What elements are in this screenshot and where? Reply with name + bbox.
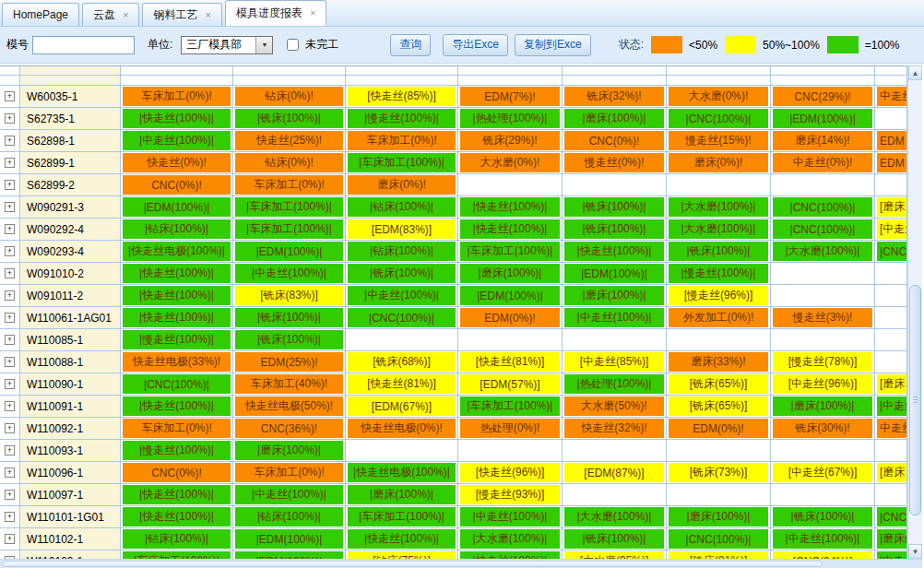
process-status-chip: |快走丝(100%)| xyxy=(460,197,560,217)
expand-icon[interactable]: + xyxy=(5,268,15,278)
process-status-chip: 大水磨(0%)! xyxy=(460,153,560,172)
process-status-chip: 快走丝(0%)! xyxy=(123,153,231,172)
process-status-chip: |EDM(100%)| xyxy=(235,242,343,261)
mold-id-cell[interactable]: W110091-1 xyxy=(20,396,121,418)
expand-icon[interactable]: + xyxy=(5,202,15,212)
mold-id-cell[interactable]: W110103-1 xyxy=(20,550,121,559)
expand-icon[interactable]: + xyxy=(5,91,15,101)
process-cell xyxy=(458,440,563,462)
expand-icon[interactable]: + xyxy=(5,335,15,345)
process-status-chip: |磨床(100%)| xyxy=(773,396,872,416)
mold-number-input[interactable] xyxy=(32,36,135,54)
mold-id-cell[interactable]: W091010-2 xyxy=(20,263,121,285)
mold-id-cell[interactable]: W110096-1 xyxy=(20,462,121,484)
expand-icon[interactable]: + xyxy=(5,290,15,301)
expand-icon[interactable]: + xyxy=(5,423,15,433)
process-status-chip: |大水磨(100%)| xyxy=(773,242,872,261)
expand-icon[interactable]: + xyxy=(5,357,15,367)
mold-id-cell[interactable]: W110085-1 xyxy=(20,329,121,351)
expand-icon[interactable]: + xyxy=(5,180,15,190)
mold-id-cell[interactable]: S62899-2 xyxy=(20,174,121,196)
copy-to-excel-button[interactable]: 复制到Exce xyxy=(515,34,591,56)
process-status-chip: |钻床(100%)| xyxy=(348,197,456,217)
horizontal-scrollbar-thumb[interactable] xyxy=(2,561,823,567)
process-cell: |慢走丝(100%)| xyxy=(121,329,233,351)
mold-id-cell[interactable]: W110090-1 xyxy=(20,373,121,396)
process-cell: [铣床(65%)] xyxy=(667,396,771,418)
table-row: +S62898-1|中走丝(100%)|快走丝(25%)!车床加工(0%)!铣床… xyxy=(0,130,907,152)
process-status-chip: |铣床(100%)| xyxy=(348,264,456,283)
process-cell: |磨床(100%)| xyxy=(563,108,667,130)
vertical-scrollbar[interactable]: ▲ ▼ xyxy=(907,65,922,559)
process-status-chip: [中走丝(96%)] xyxy=(773,374,872,394)
expand-icon[interactable]: + xyxy=(5,512,15,522)
close-icon[interactable]: × xyxy=(205,10,210,20)
scroll-up-icon[interactable]: ▲ xyxy=(908,65,922,80)
unfinished-checkbox[interactable] xyxy=(287,39,299,51)
mold-id-cell[interactable]: W110092-1 xyxy=(20,418,121,440)
close-icon[interactable]: × xyxy=(123,10,128,20)
process-status-chip: 外发加工(0%)! xyxy=(669,308,768,327)
close-icon[interactable]: × xyxy=(310,8,315,18)
mold-id-cell[interactable]: S62898-1 xyxy=(20,130,121,152)
process-cell: |车床加工(100%)| xyxy=(458,396,563,418)
tab-mold-progress-report[interactable]: 模具进度报表 × xyxy=(225,0,326,26)
query-button[interactable]: 查询 xyxy=(390,34,431,56)
chevron-down-icon[interactable]: ▼ xyxy=(255,37,272,53)
process-cell xyxy=(563,484,667,506)
mold-id-cell[interactable]: W110102-1 xyxy=(20,528,121,550)
process-cell: [EDM(57%)] xyxy=(458,373,563,396)
expand-icon[interactable]: + xyxy=(5,401,15,411)
mold-id-cell[interactable]: W60035-1 xyxy=(20,86,121,108)
expand-icon[interactable]: + xyxy=(5,467,15,478)
process-cell: |中走丝(100%)| xyxy=(233,263,346,285)
process-cell: 车床加工(0%)! xyxy=(346,130,458,152)
process-status-chip: |车床加工(100%)| xyxy=(348,507,456,527)
process-cell xyxy=(771,484,875,506)
process-status-chip: |快走丝(100%)| xyxy=(123,507,231,527)
process-status-chip: |中走丝(100%)| xyxy=(123,131,231,150)
process-status-chip: |CNC(100%)| xyxy=(669,109,768,128)
expander-cell: + xyxy=(0,396,20,418)
scroll-down-icon[interactable]: ▼ xyxy=(908,544,922,559)
expand-icon[interactable]: + xyxy=(5,534,15,544)
mold-id-cell[interactable]: W110101-1G01 xyxy=(20,506,121,528)
tab-homepage[interactable]: HomePage xyxy=(2,3,79,26)
process-status-chip: [铣床(73%)] xyxy=(669,463,768,482)
process-status-chip: |钻床(100%)| xyxy=(235,507,343,527)
expand-icon[interactable]: + xyxy=(5,313,15,323)
unit-select[interactable]: 三厂模具部 ▼ xyxy=(181,36,273,54)
process-status-chip: |快走丝(100%)| xyxy=(123,264,231,283)
tab-cloud-disk[interactable]: 云盘 × xyxy=(82,3,139,26)
expand-icon[interactable]: + xyxy=(5,136,15,146)
mold-id-cell[interactable]: W110097-1 xyxy=(20,484,121,506)
mold-id-cell[interactable]: W110061-1AG01 xyxy=(20,307,121,329)
export-excel-button[interactable]: 导出Exce xyxy=(443,34,508,56)
expand-icon[interactable]: + xyxy=(5,246,15,256)
expander-cell: + xyxy=(0,329,20,351)
mold-id-cell[interactable]: W110088-1 xyxy=(20,351,121,373)
mold-id-cell[interactable]: W090291-3 xyxy=(20,196,121,219)
process-cell: [EDM(87%)] xyxy=(563,462,667,484)
mold-id-cell[interactable]: W110093-1 xyxy=(20,440,121,462)
expand-icon[interactable]: + xyxy=(5,445,15,456)
mold-id-cell[interactable]: W091011-2 xyxy=(20,285,121,307)
process-status-chip: |磨床(100%)| xyxy=(460,264,560,283)
process-cell: 磨床(0%)! xyxy=(346,174,458,196)
tab-steel-process[interactable]: 钢料工艺 × xyxy=(142,3,221,26)
expand-icon[interactable]: + xyxy=(5,490,15,500)
vertical-scrollbar-thumb[interactable] xyxy=(909,285,921,515)
mold-id-cell[interactable]: S62735-1 xyxy=(20,108,121,130)
process-status-chip: [EDM(83%)] xyxy=(348,219,456,239)
process-cell: |中走丝(100%)| xyxy=(121,130,233,152)
process-status-chip: |车床加工(100%)| xyxy=(460,242,560,261)
mold-id-cell[interactable]: S62899-1 xyxy=(20,152,121,174)
expand-icon[interactable]: + xyxy=(5,158,15,168)
process-cell: [快走丝(96%)] xyxy=(458,462,563,484)
expand-icon[interactable]: + xyxy=(5,113,15,124)
expand-icon[interactable]: + xyxy=(5,224,15,234)
mold-id-cell[interactable]: W090292-4 xyxy=(20,219,121,241)
mold-id-cell[interactable]: W090293-4 xyxy=(20,241,121,263)
horizontal-scrollbar[interactable] xyxy=(0,559,924,568)
expand-icon[interactable]: + xyxy=(5,379,15,389)
